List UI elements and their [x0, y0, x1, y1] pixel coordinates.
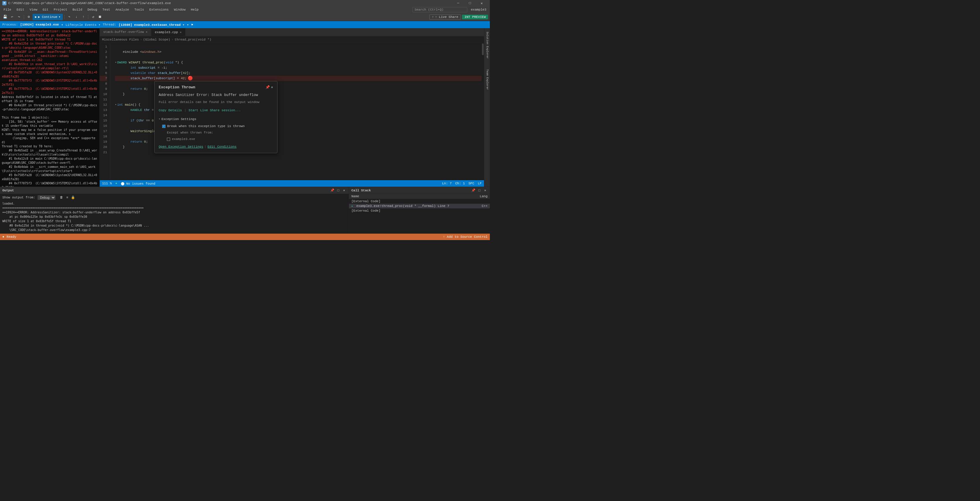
- callstack-pin-btn[interactable]: 📌: [471, 188, 476, 193]
- title-bar-controls[interactable]: ─ □ ✕: [452, 0, 487, 6]
- collapse-arrow-12[interactable]: ▾: [115, 102, 116, 107]
- output-lock-btn[interactable]: 🔒: [71, 195, 75, 200]
- continue-button[interactable]: ▶ ▶ Continue ▾: [33, 14, 63, 20]
- output-clear-btn[interactable]: 🗑: [59, 195, 64, 200]
- add-to-source-control[interactable]: ↑ Add to Source Control: [443, 235, 487, 239]
- code-line-3: [115, 54, 482, 60]
- callstack-close-btn[interactable]: ✕: [483, 188, 487, 193]
- callstack-row-thread-proc[interactable]: ▸ example3.exe!thread_proc(void * __form…: [349, 204, 490, 208]
- edit-conditions-link[interactable]: Edit Conditions: [207, 144, 236, 149]
- code-line-6: volatile char stack_buffer[42];: [115, 70, 482, 76]
- exception-controls[interactable]: 📌 ✕: [266, 85, 273, 90]
- toolbar-stop-btn[interactable]: ⏹: [97, 14, 103, 20]
- minimize-button[interactable]: ─: [452, 0, 464, 6]
- toolbar-restart-btn[interactable]: ↺: [90, 14, 96, 20]
- toolbar-sep-3: [88, 15, 88, 19]
- toolbar-save-btn[interactable]: 💾: [2, 14, 8, 20]
- menu-test[interactable]: Test: [100, 7, 112, 12]
- lf-indicator: LF: [478, 182, 482, 185]
- output-panel-controls[interactable]: 📌 □ ✕: [330, 188, 347, 193]
- live-share-label: ↑ Live Share: [435, 15, 458, 19]
- tab-example3-close[interactable]: ✕: [180, 30, 181, 34]
- tab-example3-cpp[interactable]: example3.cpp ✕: [151, 28, 185, 36]
- process-dropdown-icon[interactable]: ▾: [61, 23, 64, 27]
- menu-git[interactable]: Git: [40, 7, 51, 12]
- liveshare-link[interactable]: Start Live Share session...: [189, 108, 241, 113]
- toolbar-stepout-btn[interactable]: ↑: [80, 14, 86, 20]
- continue-icon: ▶: [35, 15, 37, 19]
- title-bar-left: M C:\MSDN\cpp-docs-pr\docs\c-language\AS…: [2, 1, 171, 5]
- solution-explorer-btn[interactable]: Solution Explorer: [485, 29, 489, 61]
- callstack-col-name: Name: [349, 194, 475, 199]
- callstack-thread-proc-lang: C++: [475, 204, 490, 208]
- menu-bar: File Edit View Git Project Build Debug T…: [0, 6, 490, 13]
- search-box[interactable]: Search (Ctrl+Q): [412, 7, 467, 12]
- breadcrumb-thread-proc[interactable]: thread_proc(void *): [175, 38, 211, 41]
- maximize-button[interactable]: □: [464, 0, 476, 6]
- toolbar-undo-btn[interactable]: ↩: [9, 14, 15, 20]
- tab-stack-buffer[interactable]: stack-buffer-overflow ✕: [100, 28, 151, 36]
- menu-view[interactable]: View: [27, 7, 40, 12]
- copy-details-link[interactable]: Copy Details: [159, 108, 182, 113]
- collapse-arrow-4[interactable]: ▾: [115, 60, 116, 65]
- callstack-controls[interactable]: 📌 □ ✕: [471, 188, 487, 193]
- exception-title: Exception Thrown: [159, 85, 196, 90]
- callstack-row-external-2[interactable]: [External Code]: [349, 208, 490, 213]
- terminal-address: Address 0x03bffe5f is located in stack o…: [2, 95, 98, 187]
- team-explorer-btn[interactable]: Team Explorer: [485, 67, 489, 92]
- callstack-external-1-lang: [475, 199, 490, 204]
- toolbar-redo-btn[interactable]: ↪: [16, 14, 22, 20]
- exception-footer-sep: |: [204, 144, 207, 149]
- menu-file[interactable]: File: [1, 7, 13, 12]
- menu-tools[interactable]: Tools: [132, 7, 146, 12]
- process-value: [19924] example3.exe: [20, 23, 59, 26]
- output-word-wrap-btn[interactable]: ≡: [65, 195, 70, 200]
- thread-dropdown-icon[interactable]: ▾: [187, 23, 189, 27]
- output-close-btn[interactable]: ✕: [342, 188, 347, 193]
- open-exception-settings-link[interactable]: Open Exception Settings: [159, 144, 203, 149]
- breadcrumb-misc-files[interactable]: Miscellaneous Files: [102, 38, 139, 41]
- menu-build[interactable]: Build: [70, 7, 84, 12]
- exception-close-btn[interactable]: ✕: [271, 85, 273, 90]
- toolbar-stepover-btn[interactable]: ↷: [66, 14, 72, 20]
- exception-pin-btn[interactable]: 📌: [266, 85, 270, 90]
- int-preview-button[interactable]: INT PREVIEW: [462, 15, 488, 19]
- editor-scrollbar-thumb[interactable]: [482, 43, 484, 55]
- bottom-status-bar: ● Ready ↑ Add to Source Control: [0, 234, 490, 240]
- tab-stack-buffer-label: stack-buffer-overflow: [103, 30, 144, 34]
- menu-extensions[interactable]: Extensions: [147, 7, 171, 12]
- status-dot: ●: [2, 235, 5, 239]
- status-ready: Ready: [7, 235, 16, 239]
- title-bar: M C:\MSDN\cpp-docs-pr\docs\c-language\AS…: [0, 0, 490, 6]
- output-maximize-btn[interactable]: □: [336, 188, 340, 193]
- thread-label: Thread:: [103, 23, 116, 26]
- tab-example3-label: example3.cpp: [155, 30, 178, 34]
- menu-help[interactable]: Help: [189, 7, 201, 12]
- editor-scrollbar[interactable]: [482, 43, 484, 180]
- exception-example3-row: example3.exe: [167, 136, 273, 142]
- live-share-button[interactable]: ↑ ↑ Live Share: [430, 14, 461, 20]
- menu-project[interactable]: Project: [51, 7, 70, 12]
- toolbar-stepinto-btn[interactable]: ↓: [73, 14, 80, 20]
- exception-break-checkbox[interactable]: ✓: [162, 125, 165, 128]
- exception-example3-checkbox[interactable]: [167, 138, 170, 141]
- menu-window[interactable]: Window: [172, 7, 188, 12]
- tab-stack-buffer-close[interactable]: ✕: [146, 30, 148, 34]
- output-pin-btn[interactable]: 📌: [330, 188, 335, 193]
- tab-bar: stack-buffer-overflow ✕ example3.cpp ✕: [100, 28, 484, 37]
- lifecycle-events-label[interactable]: Lifecycle Events ▾: [65, 23, 100, 27]
- exception-settings-header[interactable]: ▾ Exception Settings: [159, 116, 273, 122]
- close-button[interactable]: ✕: [476, 0, 487, 6]
- editor-status-bar: 111 % ● ⬤ No issues found Ln: 7 Ch: 1 SP…: [100, 180, 484, 187]
- breadcrumb-global-scope[interactable]: (Global Scope): [143, 38, 170, 41]
- toolbar-debug-btn[interactable]: ⚙: [25, 14, 32, 20]
- continue-dropdown-icon[interactable]: ▾: [59, 15, 61, 19]
- callstack-row-external-1[interactable]: [External Code]: [349, 199, 490, 204]
- exception-error-title: Address Sanitizer Error: Stack buffer un…: [159, 93, 273, 98]
- menu-debug[interactable]: Debug: [85, 7, 99, 12]
- output-source-select[interactable]: Debug: [38, 195, 56, 200]
- menu-edit[interactable]: Edit: [14, 7, 26, 12]
- callstack-maximize-btn[interactable]: □: [477, 188, 482, 193]
- menu-analyze[interactable]: Analyze: [113, 7, 131, 12]
- exception-desc: Full error details can be found in the o…: [159, 99, 273, 105]
